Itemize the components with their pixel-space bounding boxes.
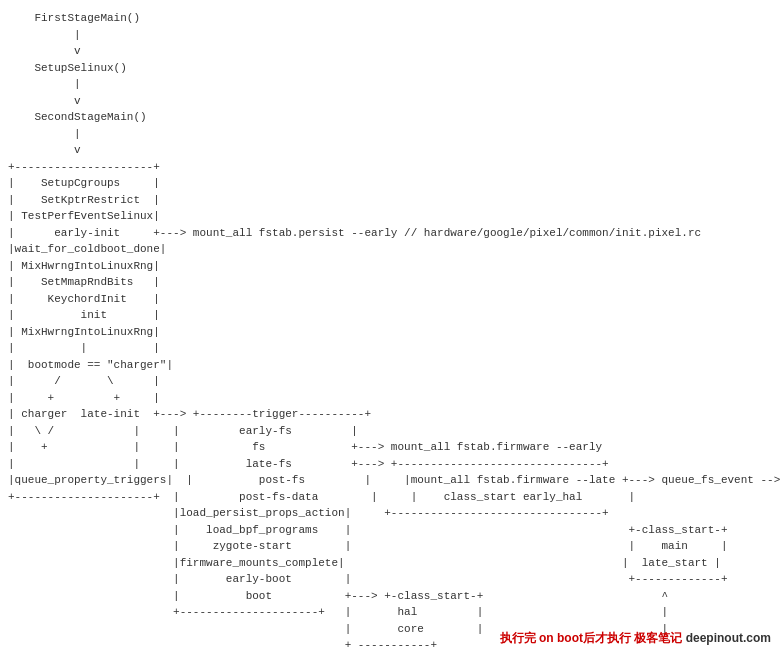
main-container: FirstStageMain() | v SetupSelinux() | v … — [0, 0, 781, 655]
watermark-text: 执行完 on boot后才执行 极客笔记 deepinout.com — [500, 631, 771, 645]
code-diagram: FirstStageMain() | v SetupSelinux() | v … — [8, 10, 773, 655]
watermark: 执行完 on boot后才执行 极客笔记 deepinout.com — [500, 630, 771, 647]
